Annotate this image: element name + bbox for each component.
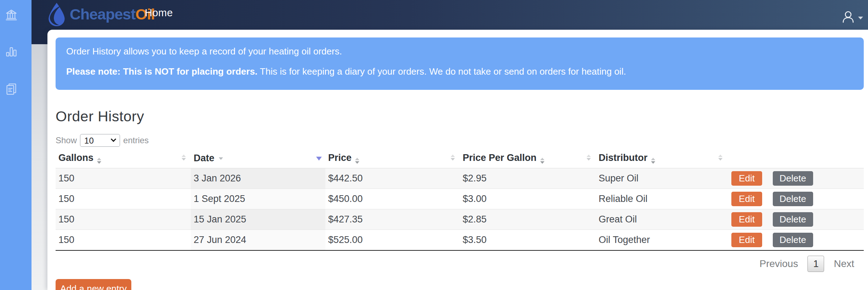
cell-distributor: Oil Together [596, 230, 727, 251]
column-header-price[interactable]: Price [325, 152, 460, 168]
delete-button[interactable]: Delete [773, 171, 813, 186]
sort-descending-active-icon [316, 157, 322, 161]
cell-distributor: Reliable Oil [596, 189, 727, 209]
column-label: Price [328, 152, 352, 163]
pagination-page-1[interactable]: 1 [807, 256, 824, 272]
column-header-distributor[interactable]: Distributor [596, 152, 727, 168]
cell-price: $525.00 [325, 230, 460, 251]
column-header-date[interactable]: Date [191, 152, 325, 168]
sort-both-icon [718, 155, 723, 161]
cell-date: 27 Jun 2024 [191, 230, 325, 251]
edit-button[interactable]: Edit [731, 212, 762, 227]
cell-date: 15 Jan 2025 [191, 209, 325, 230]
table-row: 150 1 Sept 2025 $450.00 $3.00 Reliable O… [56, 189, 864, 209]
page-size-select[interactable]: 10 [80, 134, 120, 147]
banner-line1: Order History allows you to keep a recor… [66, 46, 853, 57]
cell-actions: Edit Delete [727, 230, 864, 251]
bank-icon[interactable] [5, 8, 18, 21]
nav-link-home[interactable]: Home [145, 7, 173, 19]
user-menu[interactable] [842, 11, 863, 24]
sort-icon [355, 158, 359, 164]
cell-gallons: 150 [56, 168, 191, 189]
delete-button[interactable]: Delete [773, 233, 813, 247]
table-row: 150 3 Jan 2026 $442.50 $2.95 Super Oil E… [56, 168, 864, 189]
documents-icon[interactable] [5, 83, 18, 95]
table-row: 150 15 Jan 2025 $427.35 $2.85 Great Oil … [56, 209, 864, 230]
delete-button[interactable]: Delete [773, 192, 813, 206]
edit-button[interactable]: Edit [731, 233, 762, 247]
pagination: Previous 1 Next [56, 256, 864, 272]
column-label: Price Per Gallon [463, 152, 537, 163]
column-header-actions [727, 152, 864, 168]
show-label: Show [56, 135, 77, 145]
cell-date: 1 Sept 2025 [191, 189, 325, 209]
brand-logo[interactable]: CheapestOil [46, 2, 155, 26]
sort-both-icon [451, 155, 455, 161]
cell-price: $450.00 [325, 189, 460, 209]
cell-distributor: Great Oil [596, 209, 727, 230]
cell-gallons: 150 [56, 189, 191, 209]
cell-price-per-gallon: $3.00 [460, 189, 596, 209]
cell-price-per-gallon: $2.85 [460, 209, 596, 230]
cell-actions: Edit Delete [727, 168, 864, 189]
content-card: Order History allows you to keep a recor… [47, 30, 868, 290]
brand-text: CheapestOil [70, 6, 155, 23]
edit-button[interactable]: Edit [731, 171, 762, 186]
column-label: Date [194, 153, 215, 163]
page-size-select-wrap: 10 [80, 134, 120, 147]
cell-gallons: 150 [56, 230, 191, 251]
cell-price-per-gallon: $3.50 [460, 230, 596, 251]
delete-button[interactable]: Delete [773, 212, 813, 227]
sort-down-icon [219, 157, 223, 160]
column-header-gallons[interactable]: Gallons [56, 152, 191, 168]
cell-price-per-gallon: $2.95 [460, 168, 596, 189]
pagination-next[interactable]: Next [834, 258, 854, 269]
column-label: Distributor [599, 152, 647, 163]
info-banner: Order History allows you to keep a recor… [56, 37, 864, 90]
page: CheapestOil Home [0, 0, 868, 290]
banner-line2: Please note: This is NOT for placing ord… [66, 66, 853, 77]
sort-icon [651, 158, 655, 164]
cell-gallons: 150 [56, 209, 191, 230]
sort-icon [540, 158, 544, 164]
oil-droplet-icon [46, 2, 67, 26]
cell-actions: Edit Delete [727, 189, 864, 209]
column-label: Gallons [58, 152, 93, 163]
table-row: 150 27 Jun 2024 $525.00 $3.50 Oil Togeth… [56, 230, 864, 251]
cell-price: $427.35 [325, 209, 460, 230]
banner-note-rest: This is for keeping a diary of your orde… [257, 66, 626, 77]
brand-text-first: Cheapest [70, 6, 136, 23]
entries-label: entries [123, 135, 149, 145]
sort-both-icon [587, 155, 591, 161]
bar-chart-icon[interactable] [5, 45, 18, 58]
table-length-control: Show 10 entries [56, 134, 864, 147]
pagination-previous[interactable]: Previous [759, 258, 798, 269]
page-title: Order History [56, 108, 864, 125]
order-history-table: Gallons Date Price Price Per Gallon [56, 152, 864, 251]
column-header-price-per-gallon[interactable]: Price Per Gallon [460, 152, 596, 168]
sort-icon [97, 158, 101, 164]
add-entry-button[interactable]: Add a new entry [56, 279, 131, 290]
banner-note-bold: Please note: This is NOT for placing ord… [66, 66, 257, 77]
edit-button[interactable]: Edit [731, 192, 762, 206]
cell-distributor: Super Oil [596, 168, 727, 189]
sidebar [0, 0, 32, 290]
cell-actions: Edit Delete [727, 209, 864, 230]
cell-price: $442.50 [325, 168, 460, 189]
cell-date: 3 Jan 2026 [191, 168, 325, 189]
user-icon [842, 11, 855, 24]
chevron-down-icon [858, 17, 863, 19]
table-header-row: Gallons Date Price Price Per Gallon [56, 152, 864, 168]
sort-both-icon [182, 155, 186, 161]
